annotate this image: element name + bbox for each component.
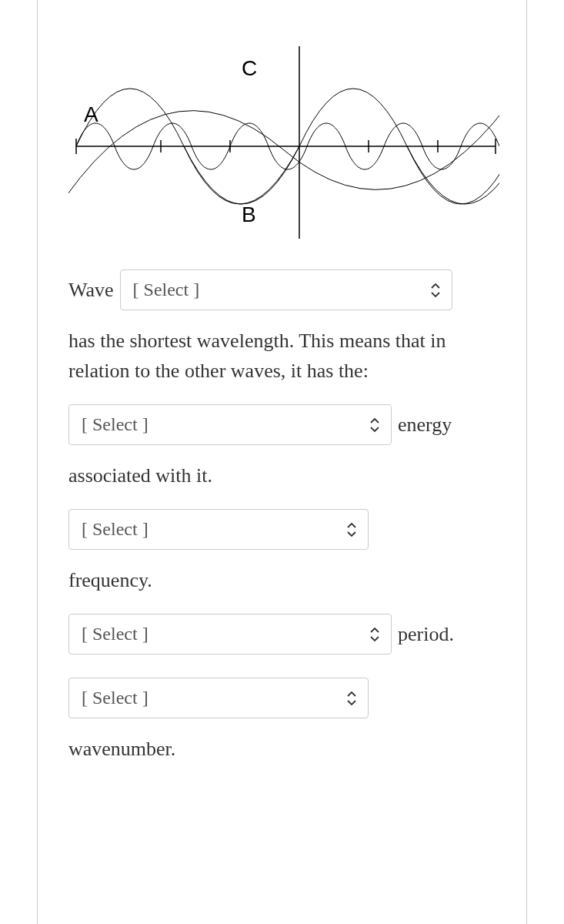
row-period: [ Select ] period. xyxy=(68,614,496,654)
row-wave-select: Wave [ Select ] xyxy=(68,270,496,310)
text-wavenumber: wavenumber. xyxy=(68,734,496,764)
select-wavenumber[interactable]: [ Select ] xyxy=(68,678,369,718)
text-frequency: frequency. xyxy=(68,565,496,595)
label-period: period. xyxy=(398,623,454,646)
chevron-updown-icon xyxy=(430,283,441,297)
label-wave: Wave xyxy=(68,279,114,302)
wave-label-a: A xyxy=(84,102,98,126)
select-period[interactable]: [ Select ] xyxy=(68,614,392,654)
select-wave[interactable]: [ Select ] xyxy=(120,270,452,310)
select-wave-value: [ Select ] xyxy=(133,280,200,300)
select-wavenumber-value: [ Select ] xyxy=(82,688,149,708)
chevron-updown-icon xyxy=(369,628,380,641)
select-period-value: [ Select ] xyxy=(82,624,149,644)
row-energy: [ Select ] energy xyxy=(68,404,496,445)
select-frequency-value: [ Select ] xyxy=(82,519,149,540)
select-energy[interactable]: [ Select ] xyxy=(68,404,392,445)
chevron-updown-icon xyxy=(346,691,357,705)
chevron-updown-icon xyxy=(346,523,357,537)
question-container: A C B Wave [ Select ] has the shortest w… xyxy=(37,0,527,924)
wave-diagram: A C B xyxy=(68,38,499,239)
row-frequency-select: [ Select ] xyxy=(68,509,496,550)
row-wavenumber-select: [ Select ] xyxy=(68,678,496,718)
label-energy: energy xyxy=(398,413,452,437)
select-energy-value: [ Select ] xyxy=(82,414,149,435)
chevron-updown-icon xyxy=(369,418,380,432)
text-shortest-wavelength: has the shortest wavelength. This means … xyxy=(68,326,496,386)
wave-label-c: C xyxy=(242,56,257,80)
text-associated: associated with it. xyxy=(68,460,496,490)
select-frequency[interactable]: [ Select ] xyxy=(68,509,369,550)
wave-label-b: B xyxy=(242,203,256,226)
